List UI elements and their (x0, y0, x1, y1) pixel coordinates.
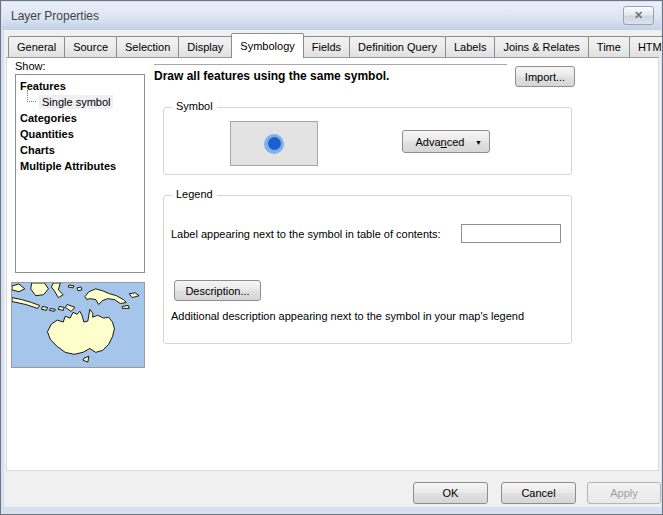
tree-item-label: Multiple Attributes (20, 160, 116, 172)
symbol-preview-button[interactable] (230, 121, 318, 166)
page-heading: Draw all features using the same symbol. (154, 69, 389, 83)
tab-general[interactable]: General (8, 36, 65, 57)
symbol-group-caption: Symbol (172, 100, 217, 112)
legend-additional-text: Additional description appearing next to… (171, 310, 524, 322)
symbology-tab-page: Show: Features Single symbol Categories … (6, 57, 659, 471)
tree-item-label: Charts (20, 144, 55, 156)
map-preview (11, 282, 145, 368)
description-button[interactable]: Description... (174, 280, 261, 301)
tree-item-categories[interactable]: Categories (16, 110, 144, 126)
tab-time[interactable]: Time (588, 36, 630, 57)
dropdown-arrow-icon: ▼ (475, 139, 482, 146)
legend-groupbox: Legend Label appearing next to the symbo… (163, 195, 572, 344)
tab-strip: General Source Selection Display Symbolo… (8, 36, 663, 57)
window-title: Layer Properties (11, 9, 99, 23)
tab-labels[interactable]: Labels (445, 36, 495, 57)
legend-group-caption: Legend (172, 188, 217, 200)
close-button[interactable]: ✕ (623, 6, 654, 25)
show-label: Show: (15, 60, 46, 72)
layer-properties-dialog: Layer Properties ✕ General Source Select… (0, 0, 663, 515)
tree-item-label: Quantities (20, 128, 74, 140)
advanced-label-pre: Adva (416, 136, 441, 148)
tree-elbow-icon (27, 90, 36, 102)
close-icon: ✕ (634, 9, 643, 22)
heading-divider (154, 64, 507, 65)
tab-source[interactable]: Source (64, 36, 117, 57)
tab-html-popup[interactable]: HTML Popup (629, 36, 663, 57)
tab-symbology[interactable]: Symbology (231, 33, 303, 58)
ok-button[interactable]: OK (413, 482, 488, 504)
advanced-dropdown-button[interactable]: Advanced ▼ (402, 130, 490, 153)
advanced-label-post: ced (447, 136, 465, 148)
tree-item-label: Categories (20, 112, 77, 124)
legend-label-prompt: Label appearing next to the symbol in ta… (171, 228, 441, 240)
oceania-map (12, 283, 144, 367)
tree-item-charts[interactable]: Charts (16, 142, 144, 158)
apply-button: Apply (587, 482, 661, 504)
tab-selection[interactable]: Selection (116, 36, 179, 57)
import-button[interactable]: Import... (515, 66, 575, 87)
tree-item-single-symbol[interactable]: Single symbol (16, 94, 144, 110)
tree-item-quantities[interactable]: Quantities (16, 126, 144, 142)
tab-joins-relates[interactable]: Joins & Relates (494, 36, 588, 57)
show-tree: Features Single symbol Categories Quanti… (15, 74, 145, 273)
titlebar: Layer Properties (2, 2, 661, 30)
tree-item-label: Single symbol (39, 95, 113, 109)
legend-label-input[interactable] (461, 224, 561, 243)
symbol-groupbox: Symbol Advanced ▼ (163, 107, 572, 175)
cancel-button[interactable]: Cancel (501, 482, 576, 504)
tab-definition-query[interactable]: Definition Query (349, 36, 446, 57)
tree-item-multiple-attributes[interactable]: Multiple Attributes (16, 158, 144, 174)
tab-fields[interactable]: Fields (303, 36, 350, 57)
tab-display[interactable]: Display (178, 36, 232, 57)
point-symbol-icon (264, 134, 284, 154)
